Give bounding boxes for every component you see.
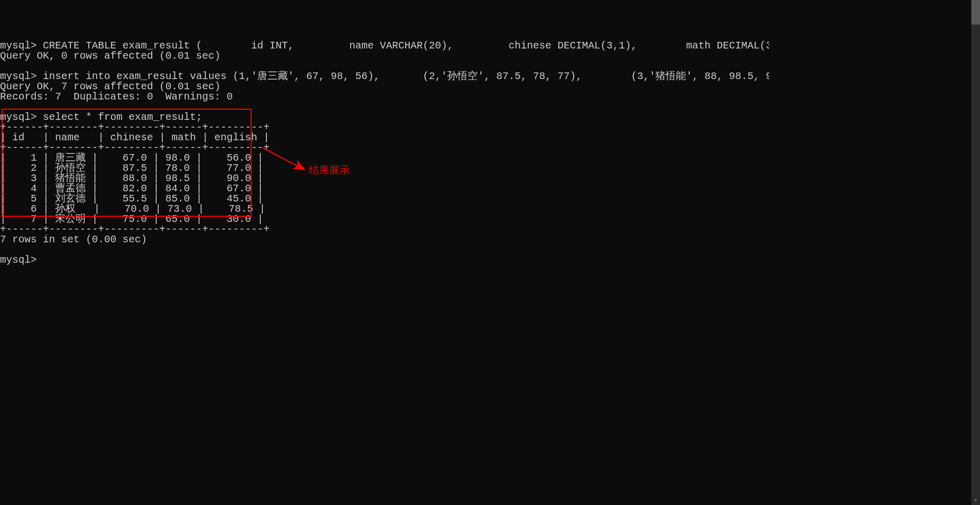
rows-in-set: 7 rows in set (0.00 sec) [0, 234, 147, 245]
mysql-prompt: mysql> [0, 254, 37, 266]
scrollbar-thumb[interactable] [971, 0, 980, 24]
vertical-scrollbar[interactable]: ▾ [971, 0, 980, 505]
annotation-label: 结果展示 [309, 165, 350, 175]
terminal-output[interactable]: mysql> CREATE TABLE exam_result ( id INT… [0, 41, 769, 505]
create-response: Query OK, 0 rows affected (0.01 sec) [0, 50, 220, 62]
scrollbar-down-arrow-icon[interactable]: ▾ [971, 496, 980, 505]
insert-response-line2: Records: 7 Duplicates: 0 Warnings: 0 [0, 91, 233, 103]
